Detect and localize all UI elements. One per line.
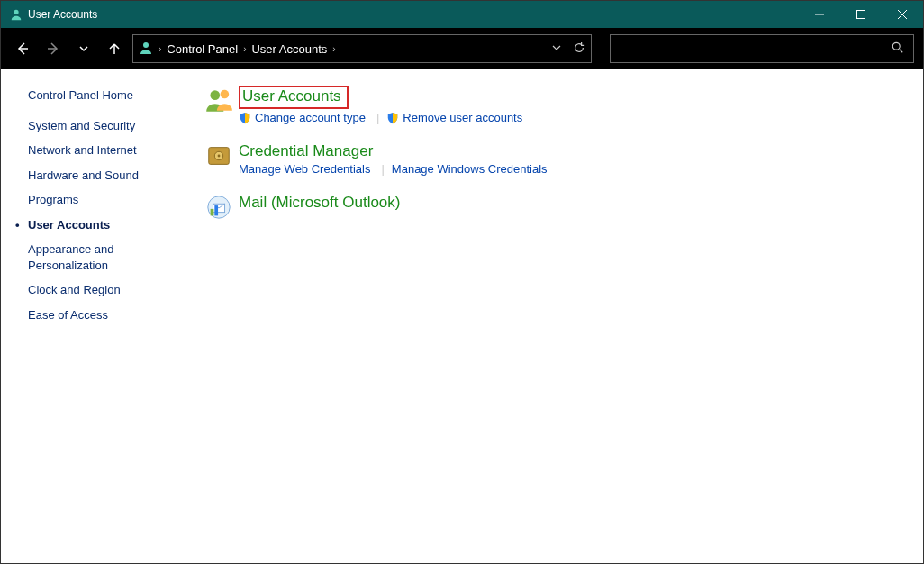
vault-icon [205,142,232,172]
mail-icon [205,194,232,223]
divider: | [381,162,384,176]
content-area: Control Panel Home System and Security N… [1,69,923,563]
category-credential-manager: Credential Manager Manage Web Credential… [199,142,905,176]
link-manage-web-credentials[interactable]: Manage Web Credentials [239,162,370,176]
sidebar-item-system-and-security[interactable]: System and Security [28,118,181,134]
main-panel: User Accounts Change account type | [181,69,923,563]
sidebar-item-appearance-and-personalization[interactable]: Appearance and Personalization [28,241,145,273]
sidebar-item-ease-of-access[interactable]: Ease of Access [28,307,181,323]
category-user-accounts: User Accounts Change account type | [199,86,905,124]
link-manage-windows-credentials[interactable]: Manage Windows Credentials [392,162,548,176]
category-title-user-accounts[interactable]: User Accounts [239,86,349,109]
link-change-account-type[interactable]: Change account type [239,111,366,124]
minimize-button[interactable] [799,1,840,28]
refresh-button[interactable] [573,41,585,57]
back-button[interactable] [10,36,35,61]
window-title: User Accounts [28,8,97,21]
sidebar-item-programs[interactable]: Programs [28,192,181,208]
window: User Accounts [0,0,924,564]
divider: | [376,111,379,124]
recent-locations-button[interactable] [71,36,96,61]
link-label: Change account type [255,111,366,124]
up-button[interactable] [102,36,127,61]
breadcrumb-current[interactable]: User Accounts [251,42,327,56]
category-mail: Mail (Microsoft Outlook) [199,194,905,223]
search-input[interactable] [610,34,914,63]
search-icon [892,41,904,57]
window-controls [799,1,923,28]
svg-point-7 [143,42,149,48]
nav-toolbar: › Control Panel › User Accounts › [1,28,923,69]
svg-rect-2 [857,11,865,19]
svg-point-0 [14,10,18,14]
category-title-credential-manager[interactable]: Credential Manager [239,142,373,160]
user-icon [139,41,153,58]
svg-point-11 [221,90,230,99]
chevron-down-icon[interactable] [551,42,562,56]
titlebar: User Accounts [1,1,923,28]
link-label: Manage Web Credentials [239,162,370,176]
svg-point-8 [892,42,900,50]
sidebar: Control Panel Home System and Security N… [1,69,181,563]
sidebar-item-hardware-and-sound[interactable]: Hardware and Sound [28,168,181,184]
maximize-button[interactable] [840,1,882,28]
chevron-right-icon[interactable]: › [159,44,161,54]
sidebar-item-clock-and-region[interactable]: Clock and Region [28,282,181,298]
user-icon [10,8,23,21]
svg-point-10 [210,90,220,100]
category-title-mail[interactable]: Mail (Microsoft Outlook) [239,194,400,212]
link-remove-user-accounts[interactable]: Remove user accounts [386,111,522,124]
shield-icon [386,112,399,124]
address-bar[interactable]: › Control Panel › User Accounts › [132,34,592,63]
forward-button[interactable] [41,36,66,61]
chevron-right-icon[interactable]: › [243,44,246,54]
svg-rect-18 [214,205,218,215]
breadcrumb-root[interactable]: Control Panel [167,42,238,56]
svg-rect-17 [211,209,214,216]
svg-line-9 [900,49,903,52]
sidebar-item-user-accounts[interactable]: User Accounts [28,217,181,233]
sidebar-item-network-and-internet[interactable]: Network and Internet [28,142,181,159]
chevron-right-icon[interactable]: › [332,44,335,54]
link-label: Manage Windows Credentials [392,162,548,176]
shield-icon [239,112,251,124]
sidebar-item-control-panel-home[interactable]: Control Panel Home [28,87,181,104]
svg-point-14 [218,155,221,158]
link-label: Remove user accounts [403,111,522,124]
close-button[interactable] [882,1,923,28]
people-icon [204,86,234,119]
